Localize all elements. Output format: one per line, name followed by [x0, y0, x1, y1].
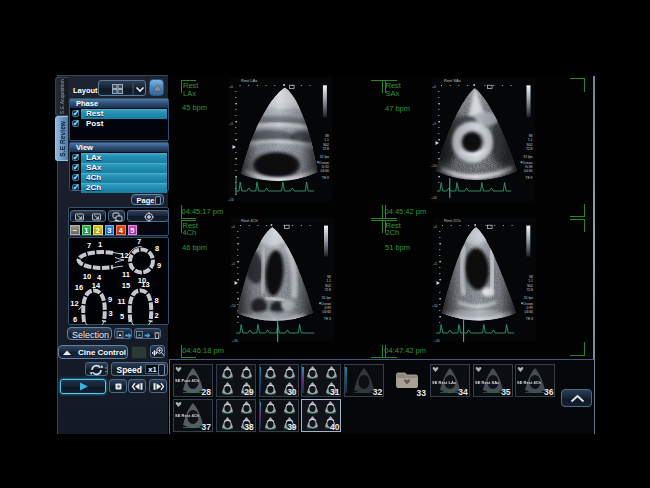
svg-text:+5: +5: [229, 122, 233, 126]
svg-text:8: 8: [154, 296, 158, 305]
svg-text:72.8: 72.8: [322, 147, 329, 151]
svg-text:31 fps: 31 fps: [320, 155, 330, 159]
svg-text:04:60: 04:60: [524, 169, 533, 173]
svg-text:04:60: 04:60: [321, 169, 330, 173]
svg-text:04:60: 04:60: [323, 310, 332, 314]
svg-text:31 fps: 31 fps: [524, 296, 534, 300]
svg-text:TE 3: TE 3: [324, 317, 331, 321]
svg-text:Rest LAx: Rest LAx: [241, 78, 257, 83]
svg-text:+0: +0: [432, 85, 436, 89]
svg-text:+5: +5: [433, 262, 437, 266]
svg-text:+14: +14: [431, 196, 437, 200]
svg-text:16: 16: [75, 283, 83, 292]
svg-text:6: 6: [73, 315, 77, 324]
svg-text:+16: +16: [228, 198, 234, 202]
svg-text:31 fps: 31 fps: [322, 296, 332, 300]
svg-text:11: 11: [118, 297, 126, 306]
svg-text:7: 7: [137, 237, 141, 246]
svg-text:72.8: 72.8: [526, 147, 533, 151]
svg-text:+10: +10: [432, 304, 438, 308]
svg-text:1.1: 1.1: [528, 279, 533, 283]
svg-text:+16: +16: [434, 339, 440, 343]
svg-text:1: 1: [98, 239, 102, 248]
svg-text:7: 7: [87, 240, 91, 249]
svg-text:12: 12: [70, 299, 78, 308]
svg-text:15: 15: [122, 281, 130, 290]
svg-text:5: 5: [120, 312, 124, 321]
svg-text:9: 9: [157, 260, 161, 269]
svg-text:TE 9: TE 9: [525, 176, 532, 180]
svg-text:+0: +0: [229, 85, 233, 89]
svg-text:TE 9: TE 9: [322, 176, 329, 180]
svg-text:Rest SAx: Rest SAx: [444, 78, 461, 83]
svg-text:+5: +5: [432, 122, 436, 126]
svg-text:+0: +0: [231, 225, 235, 229]
svg-text:72.8: 72.8: [526, 288, 533, 292]
svg-text:1.1: 1.1: [528, 138, 533, 142]
svg-text:+5: +5: [231, 262, 235, 266]
svg-text:1.1: 1.1: [326, 279, 331, 283]
svg-text:+16: +16: [232, 339, 238, 343]
svg-text:9: 9: [108, 295, 112, 304]
svg-text:14: 14: [92, 281, 101, 290]
svg-text:12: 12: [120, 251, 128, 260]
svg-text:+10: +10: [230, 304, 236, 308]
svg-text:72.8: 72.8: [324, 288, 331, 292]
svg-text:TE 3: TE 3: [526, 317, 533, 321]
svg-text:3: 3: [108, 309, 112, 318]
svg-text:1.1: 1.1: [324, 138, 329, 142]
svg-text:Rest 2Ch: Rest 2Ch: [444, 218, 461, 223]
svg-text:10: 10: [83, 272, 91, 281]
svg-text:+0: +0: [433, 225, 437, 229]
svg-text:13: 13: [141, 280, 149, 289]
svg-text:31 fps: 31 fps: [523, 155, 533, 159]
svg-text:8: 8: [155, 243, 159, 252]
svg-text:11: 11: [122, 269, 130, 278]
svg-text:04:60: 04:60: [525, 310, 534, 314]
svg-text:Rest 4Ch: Rest 4Ch: [241, 218, 258, 223]
svg-text:+10: +10: [431, 164, 437, 168]
svg-text:2: 2: [154, 311, 158, 320]
